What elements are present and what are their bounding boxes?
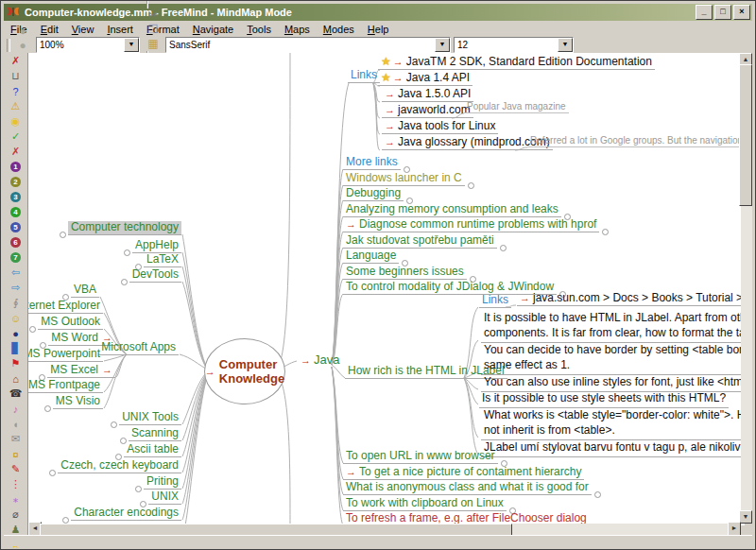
map-node[interactable]: Links (479, 294, 511, 308)
map-node[interactable]: MS Excel→ (47, 364, 115, 378)
map-node[interactable]: UNIX (148, 490, 181, 505)
menu-item-navigate[interactable]: Navigate (186, 22, 240, 37)
attach-icon[interactable]: ∮ (7, 296, 26, 310)
map-node[interactable]: VBA (71, 284, 99, 298)
map-node[interactable]: What is anonymous class and what it is g… (343, 481, 592, 495)
map-node[interactable]: →Java tools for Linux (382, 120, 498, 134)
wand-icon[interactable]: ⁎ (7, 492, 26, 507)
priority-6-icon[interactable]: 6 (7, 235, 26, 249)
map-node[interactable]: JLabel umí stylovat barvu fontu v tagu p… (481, 439, 745, 457)
maximize-button[interactable]: □ (714, 5, 731, 20)
priority-5-icon[interactable]: 5 (7, 220, 26, 234)
map-node[interactable]: AppHelp (132, 239, 181, 253)
ok-icon[interactable]: ✓ (7, 129, 26, 144)
map-node[interactable]: Analyzing memory consumption and leaks (343, 203, 561, 217)
minimize-button[interactable]: _ (696, 5, 713, 20)
map-node[interactable]: →Java (298, 353, 342, 368)
chevron-down-icon[interactable]: ▼ (124, 38, 139, 52)
chevron-down-icon[interactable]: ▼ (558, 38, 573, 52)
priority-3-icon[interactable]: 3 (7, 190, 26, 204)
vertical-scroll-thumb[interactable] (739, 64, 752, 206)
priority-2-icon[interactable]: 2 (7, 175, 26, 189)
map-node[interactable]: →java.sun.com > Docs > Books > Tutorial … (517, 292, 745, 306)
back-icon[interactable]: ⇦ (7, 266, 26, 280)
map-node[interactable]: Priting (144, 475, 181, 490)
menu-item-modes[interactable]: Modes (317, 22, 361, 37)
remove-icon[interactable]: ✗ (7, 54, 26, 68)
stoplight-icon[interactable]: ⋮ (7, 477, 26, 491)
root-node[interactable]: → Computer Knowledge (204, 338, 285, 404)
map-node[interactable]: What works is <table style="border-color… (481, 407, 745, 440)
nav-next-icon[interactable]: ● (14, 38, 31, 52)
scroll-down-icon[interactable]: ▼ (739, 510, 752, 524)
menu-item-help[interactable]: Help (361, 22, 396, 37)
priority-7-icon[interactable]: 7 (7, 250, 26, 265)
map-node[interactable]: Scanning (129, 427, 181, 441)
map-node[interactable]: →javaworld.com (382, 104, 473, 118)
priority-1-icon[interactable]: 1 (7, 160, 26, 174)
cancel-icon[interactable]: ✗ (7, 145, 26, 159)
map-node[interactable]: ★→JavaTM 2 SDK, Standard Edition Documen… (378, 56, 655, 70)
font-family-combo[interactable]: SansSerif ▼ (165, 37, 451, 53)
cut-icon[interactable]: ✂ (145, 9, 162, 23)
map-node[interactable]: Czech, czech keyboard (58, 459, 181, 473)
forward-icon[interactable]: ⇨ (7, 281, 26, 295)
pencil-icon[interactable]: ✎ (7, 462, 26, 476)
warning-icon[interactable]: ⚠ (7, 99, 26, 113)
magnifier-icon[interactable]: ⌀ (7, 507, 26, 522)
idea-icon[interactable]: ◉ (7, 114, 26, 129)
title-bar[interactable]: Computer-knowledge.mm - FreeMind - MindM… (4, 4, 752, 21)
map-node[interactable]: You can decide to have border by setting… (481, 342, 745, 375)
map-node[interactable]: More links (343, 156, 401, 170)
map-node[interactable]: →Diagnose common runtime problems with h… (343, 218, 599, 232)
map-node[interactable]: MS Visio (53, 395, 103, 409)
map-node[interactable]: MS Powerpoint (28, 348, 103, 362)
menu-item-tools[interactable]: Tools (240, 22, 278, 37)
map-node[interactable]: MS Frontpage (28, 379, 103, 393)
help-icon[interactable]: ? (7, 84, 26, 98)
map-node[interactable]: Language (343, 249, 399, 264)
map-node[interactable]: MS Internet Explorer (28, 300, 103, 314)
menu-item-insert[interactable]: Insert (100, 22, 140, 37)
chevron-down-icon[interactable]: ▼ (435, 38, 450, 52)
map-node[interactable]: Some beginners issues (343, 266, 467, 280)
map-node[interactable]: Windows launcher in C (343, 172, 465, 186)
map-node[interactable]: Jak studovat spotřebu paměti (343, 234, 497, 249)
smiley-icon[interactable]: ☺ (7, 311, 26, 325)
trash-icon[interactable]: ⊔ (7, 69, 26, 83)
zoom-combo[interactable]: 100% ▼ (36, 37, 140, 53)
map-node[interactable]: Is it possible to use style sheets with … (479, 390, 729, 408)
map-node[interactable]: →Java 1.5.0 API (382, 88, 473, 102)
map-node[interactable]: Character encodings (71, 507, 181, 521)
map-node[interactable]: UNIX Tools (119, 411, 181, 425)
map-node[interactable]: Computer technology (68, 221, 181, 235)
home-icon[interactable]: ⌂ (7, 371, 26, 386)
map-node[interactable]: MS Outlook (38, 316, 103, 330)
map-node[interactable]: Microsoft Apps (98, 341, 179, 355)
map-node[interactable]: ★→Java 1.4 API (378, 72, 472, 86)
music-icon[interactable]: ♪ (7, 402, 26, 416)
map-node[interactable]: To work with clipboard on Linux (343, 497, 507, 511)
copy-icon[interactable]: ❐ (145, 23, 162, 37)
map-node[interactable]: →To get a nice picture of contaiment hie… (343, 466, 584, 480)
flag-icon[interactable]: ⚑ (7, 356, 26, 370)
map-node[interactable]: Popular Java magazine (464, 101, 569, 113)
map-node[interactable]: Links (348, 69, 380, 83)
bookmark-icon[interactable]: ▊ (7, 341, 26, 355)
nav-previous-icon[interactable]: ● (14, 24, 31, 38)
menu-item-edit[interactable]: Edit (34, 22, 65, 37)
phone-icon[interactable]: ☎ (7, 387, 26, 401)
mouse-icon[interactable]: ◖ (7, 417, 26, 431)
scroll-right-icon[interactable]: ► (728, 522, 741, 536)
map-node[interactable]: Ascii table (124, 443, 181, 457)
map-node[interactable]: Referred a lot in Google groups. But the… (527, 135, 745, 147)
mindmap-canvas[interactable]: → Computer Knowledge →JavaLinks★→JavaTM … (28, 53, 745, 525)
close-button[interactable]: × (733, 5, 750, 20)
map-node[interactable]: LaTeX (144, 253, 181, 267)
map-node[interactable]: Debugging (343, 187, 404, 201)
paste-icon[interactable]: ▦ (145, 37, 162, 51)
map-node[interactable]: It is possible to have HTML in JLabel. A… (481, 310, 745, 343)
menu-item-maps[interactable]: Maps (278, 22, 317, 37)
map-node[interactable]: DevTools (129, 268, 181, 283)
bomb-icon[interactable]: ● (7, 326, 26, 340)
